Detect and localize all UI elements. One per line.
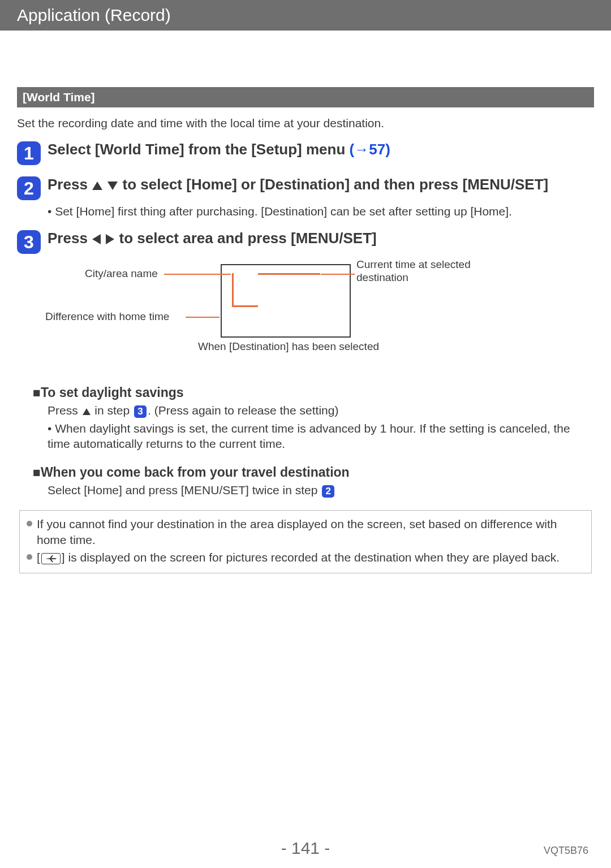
diagram-connector-city [164, 274, 231, 275]
diagram: City/area name Difference with home time… [62, 258, 526, 372]
diagram-connector-time [321, 274, 355, 275]
step-badge-1: 1 [17, 141, 41, 165]
arrow-right-icon [106, 234, 114, 244]
step-3-title: Press to select area and press [MENU/SET… [48, 230, 377, 247]
inline-badge-3: 3 [134, 405, 147, 418]
section-subtitle-bar: [World Time] [17, 87, 594, 107]
diagram-label-city: City/area name [85, 267, 158, 280]
section-subtitle: [World Time] [23, 90, 95, 103]
step-3-text-b: to select area and press [MENU/SET] [115, 230, 376, 247]
page-header-title: Application (Record) [17, 6, 171, 24]
arrow-up-small-icon [83, 408, 91, 415]
comeback-heading: ■When you come back from your travel des… [33, 465, 594, 480]
step-1-link[interactable]: (→57) [350, 141, 390, 158]
step-3: 3 Press to select area and press [MENU/S… [17, 230, 594, 254]
step-1: 1 Select [World Time] from the [Setup] m… [17, 141, 594, 165]
inline-badge-2: 2 [322, 485, 334, 498]
step-badge-3: 3 [17, 230, 41, 254]
diagram-caption: When [Destination] has been selected [198, 340, 379, 353]
page-number: - 141 - [0, 839, 611, 858]
step-2-title: Press to select [Home] or [Destination] … [48, 176, 548, 193]
diagram-connector-diff [186, 317, 220, 318]
comeback-line-a: Select [Home] and press [MENU/SET] twice… [48, 483, 321, 496]
step-2: 2 Press to select [Home] or [Destination… [17, 176, 594, 200]
diagram-label-time: Current time at selected destination [356, 258, 487, 284]
airplane-icon [41, 553, 61, 564]
daylight-line-c: . (Press again to release the setting) [148, 404, 338, 417]
note-2-text: [] is displayed on the screen for pictur… [37, 550, 560, 565]
diagram-inner-top-line [258, 273, 320, 275]
step-2-text-b: to select [Home] or [Destination] and th… [118, 176, 548, 193]
arrow-up-icon [92, 182, 102, 190]
note-2-b: ] is displayed on the screen for picture… [62, 551, 560, 564]
section-intro: Set the recording date and time with the… [17, 116, 594, 130]
step-2-text-a: Press [48, 176, 92, 193]
step-2-body: Set [Home] first thing after purchasing.… [48, 204, 594, 219]
daylight-bullet: When daylight savings is set, the curren… [48, 422, 570, 450]
notes-box: If you cannot find your destination in t… [19, 510, 592, 573]
step-1-title: Select [World Time] from the [Setup] men… [48, 141, 390, 158]
page-header: Application (Record) [0, 0, 611, 31]
note-1: If you cannot find your destination in t… [27, 516, 584, 547]
arrow-down-icon [107, 182, 118, 190]
daylight-line-a: Press [48, 404, 81, 417]
daylight-line-b: in step [92, 404, 134, 417]
arrow-left-icon [92, 234, 101, 244]
step-3-text-a: Press [48, 230, 92, 247]
daylight-heading: ■To set daylight savings [33, 385, 594, 400]
note-2: [] is displayed on the screen for pictur… [27, 550, 584, 565]
note-1-text: If you cannot find your destination in t… [37, 516, 584, 547]
comeback-body: Select [Home] and press [MENU/SET] twice… [48, 482, 594, 498]
step-1-text: Select [World Time] from the [Setup] men… [48, 141, 350, 158]
diagram-inner-line [232, 273, 258, 307]
bullet-icon [27, 554, 32, 560]
bullet-icon [27, 521, 32, 526]
diagram-label-diff: Difference with home time [45, 310, 169, 323]
step-2-bullet: Set [Home] first thing after purchasing.… [48, 205, 512, 218]
document-code: VQT5B76 [544, 845, 588, 857]
note-2-a: [ [37, 551, 40, 564]
daylight-body: Press in step 3. (Press again to release… [48, 403, 594, 451]
step-badge-2: 2 [17, 176, 41, 200]
